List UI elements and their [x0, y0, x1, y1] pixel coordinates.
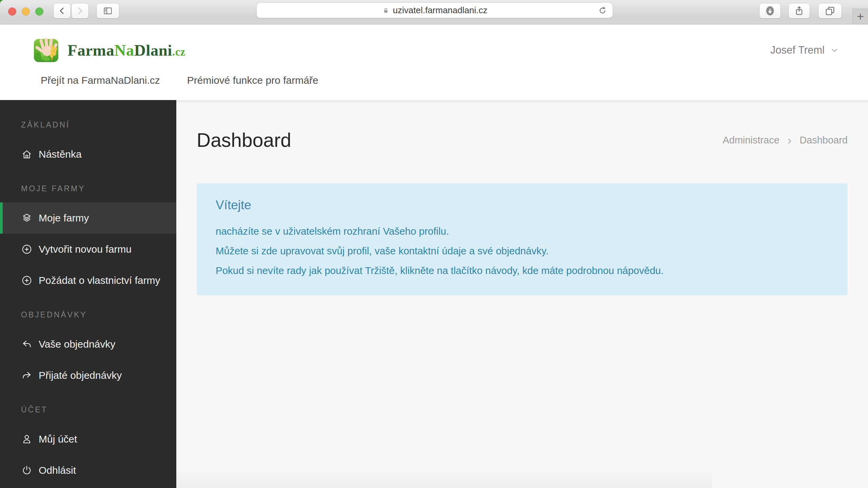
zoom-window-button[interactable] — [35, 7, 43, 16]
farmanadlani-logo-icon — [33, 37, 61, 64]
nav-link-premium-features[interactable]: Prémiové funkce pro farmáře — [187, 75, 318, 86]
reload-icon — [598, 6, 607, 15]
breadcrumb-separator-icon: › — [788, 135, 791, 145]
logo-part-dlani: Dlani — [134, 41, 172, 59]
sidebar-item-pozadat-o-vlastnictvi[interactable]: Požádat o vlastnictví farmy — [0, 265, 176, 296]
logo-part-tld: .cz — [172, 46, 185, 58]
layers-icon — [21, 212, 33, 224]
sidebar-item-label: Požádat o vlastnictví farmy — [39, 275, 160, 286]
sidebar-item-label: Vaše objednávky — [39, 338, 115, 350]
section-label: ÚČET — [0, 405, 176, 415]
sidebar-item-vase-objednavky[interactable]: Vaše objednávky — [0, 329, 176, 360]
breadcrumb-current: Dashboard — [800, 135, 848, 146]
welcome-panel: Vítejte nacházíte se v uživatelském rozh… — [197, 183, 848, 295]
minimize-window-button[interactable] — [22, 7, 30, 16]
sidebar-item-label: Odhlásit — [39, 465, 76, 476]
forward-arrow-icon — [21, 370, 33, 381]
tab-bar — [0, 19, 868, 24]
bottom-shade — [176, 469, 712, 488]
forward-button[interactable] — [72, 3, 88, 18]
welcome-line: Můžete si zde upravovat svůj profil, vaš… — [216, 241, 829, 261]
sidebar-item-label: Můj účet — [39, 433, 77, 445]
logo-wordmark: FarmaNaDlani.cz — [67, 41, 185, 59]
breadcrumb: Administrace › Dashboard — [723, 135, 848, 146]
home-icon — [21, 149, 33, 160]
welcome-line: Pokud si nevíte rady jak používat Tržišt… — [216, 261, 829, 280]
sidebar-toggle-button[interactable] — [97, 3, 119, 18]
back-button[interactable] — [54, 3, 71, 18]
section-label: MOJE FARMY — [0, 183, 176, 194]
sidebar-section-ucet: ÚČET Můj účet Odhlásit — [0, 405, 176, 486]
user-icon — [21, 433, 33, 445]
sidebar: ZÁKLADNÍ Nástěnka MOJE FARMY — [0, 100, 176, 488]
url-text: uzivatel.farmanadlani.cz — [393, 5, 488, 16]
downloads-button[interactable] — [760, 3, 781, 18]
power-icon — [21, 465, 33, 476]
close-window-button[interactable] — [8, 7, 16, 16]
sidebar-item-label: Nástěnka — [39, 149, 82, 160]
sidebar-item-prijate-objednavky[interactable]: Přijaté objednávky — [0, 360, 176, 391]
section-label: OBJEDNÁVKY — [0, 310, 176, 320]
chevron-down-icon — [830, 46, 839, 55]
site-logo[interactable]: FarmaNaDlani.cz — [33, 37, 185, 64]
sidebar-section-zakladni: ZÁKLADNÍ Nástěnka — [0, 120, 176, 170]
lock-icon — [382, 6, 390, 15]
chevron-right-icon — [76, 6, 84, 16]
logo-part-na: Na — [114, 41, 134, 59]
new-tab-button[interactable]: + — [852, 8, 868, 24]
plus-circle-icon — [21, 275, 33, 286]
download-icon — [764, 5, 776, 17]
browser-chrome: uzivatel.farmanadlani.cz — [0, 0, 868, 24]
show-all-tabs-button[interactable] — [818, 3, 842, 18]
breadcrumb-administrace[interactable]: Administrace — [723, 135, 780, 146]
sidebar-section-objednavky: OBJEDNÁVKY Vaše objednávky Přijaté objed… — [0, 310, 176, 391]
sidebar-item-label: Vytvořit novou farmu — [39, 243, 132, 255]
logo-part-farma: Farma — [67, 41, 114, 59]
header-nav: Přejít na FarmaNaDlani.cz Prémiové funkc… — [41, 75, 318, 86]
sidebar-item-odhlasit[interactable]: Odhlásit — [0, 455, 176, 486]
main-content: Dashboard Administrace › Dashboard Vítej… — [176, 100, 868, 488]
sidebar-item-vytvorit-novou-farmu[interactable]: Vytvořit novou farmu — [0, 234, 176, 265]
welcome-title: Vítejte — [216, 198, 829, 212]
plus-circle-icon — [21, 243, 33, 255]
site-header: FarmaNaDlani.cz Přejít na FarmaNaDlani.c… — [0, 24, 868, 100]
sidebar-panel-icon — [102, 6, 114, 16]
page-title: Dashboard — [197, 129, 291, 151]
chevron-left-icon — [58, 6, 66, 16]
share-button[interactable] — [789, 3, 810, 18]
sidebar-section-moje-farmy: MOJE FARMY Moje farmy Vytvořit — [0, 183, 176, 296]
user-name: Josef Treml — [770, 44, 825, 56]
web-page: FarmaNaDlani.cz Přejít na FarmaNaDlani.c… — [0, 24, 868, 488]
share-icon — [794, 5, 805, 17]
reply-arrow-icon — [21, 338, 33, 350]
sidebar-item-label: Moje farmy — [39, 212, 89, 224]
section-label: ZÁKLADNÍ — [0, 120, 176, 130]
reload-button[interactable] — [596, 5, 609, 16]
sidebar-item-muj-ucet[interactable]: Můj účet — [0, 424, 176, 455]
welcome-line: nacházíte se v uživatelském rozhraní Vaš… — [216, 221, 829, 241]
nav-link-go-to-farmanadlani[interactable]: Přejít na FarmaNaDlani.cz — [41, 75, 160, 86]
tabs-overview-icon — [824, 5, 836, 17]
user-menu[interactable]: Josef Treml — [770, 44, 839, 56]
browser-toolbar: uzivatel.farmanadlani.cz — [0, 0, 868, 19]
sidebar-item-nastenka[interactable]: Nástěnka — [0, 139, 176, 170]
sidebar-item-label: Přijaté objednávky — [39, 370, 122, 381]
address-bar[interactable]: uzivatel.farmanadlani.cz — [257, 3, 613, 18]
sidebar-item-moje-farmy[interactable]: Moje farmy — [0, 202, 176, 234]
